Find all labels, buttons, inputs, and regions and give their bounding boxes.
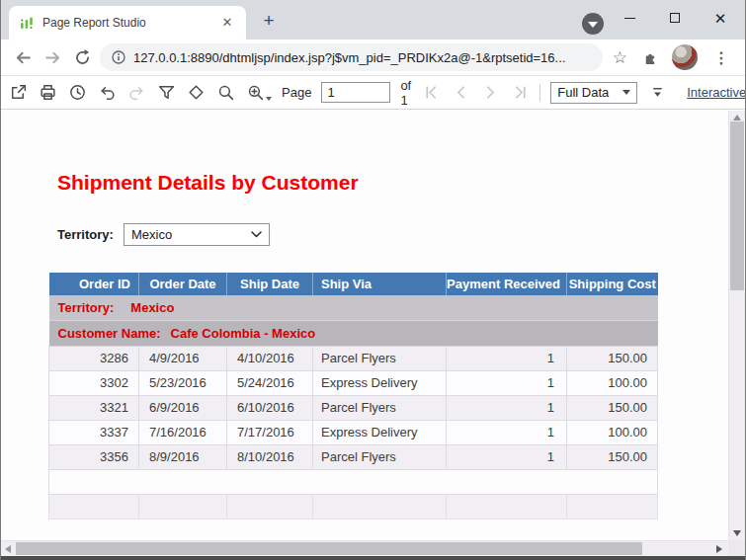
cell-payment-received: 1	[447, 346, 567, 370]
reload-button[interactable]	[70, 45, 94, 69]
cell-shipping-cost: 100.00	[567, 420, 658, 444]
chevron-down-icon	[251, 231, 262, 238]
previous-page-icon[interactable]	[451, 83, 470, 103]
minimize-icon	[624, 18, 635, 19]
media-controls-button[interactable]	[582, 13, 604, 35]
close-button[interactable]: ✕	[698, 0, 743, 36]
browser-menu-icon[interactable]: ⋮	[707, 48, 735, 67]
group-territory-value: Mexico	[130, 300, 174, 315]
territory-value: Mexico	[131, 227, 172, 242]
cell-order-id: 3302	[49, 370, 139, 395]
group-customer-label: Customer Name:	[58, 326, 161, 341]
window-bottom-border	[1, 556, 745, 560]
cell-payment-received: 1	[447, 395, 567, 420]
minimize-button[interactable]	[607, 0, 652, 36]
close-icon: ✕	[714, 11, 727, 26]
extensions-puzzle-icon[interactable]	[637, 49, 662, 66]
cell-payment-received: 1	[447, 420, 567, 444]
vertical-scrollbar[interactable]	[728, 111, 745, 540]
print-icon[interactable]	[38, 83, 57, 103]
parameter-row: Territory: Mexico	[57, 223, 728, 246]
first-page-icon[interactable]	[421, 83, 441, 103]
bookmark-star-icon[interactable]: ☆	[609, 47, 631, 68]
cell-order-date: 5/23/2016	[139, 370, 227, 395]
cell-shipping-cost: 150.00	[567, 395, 658, 420]
cell-order-id: 3321	[49, 395, 139, 420]
report-page: Shipment Details by Customer Territory: …	[1, 111, 728, 540]
cell-ship-date: 8/10/2016	[227, 444, 313, 469]
cell-order-id: 3337	[49, 420, 139, 444]
undo-icon[interactable]	[97, 83, 117, 103]
view-mode-select[interactable]: Full Data	[550, 82, 637, 104]
cell-ship-via: Express Delivery	[313, 420, 447, 444]
maximize-button[interactable]	[652, 0, 698, 36]
diamond-icon[interactable]	[186, 83, 206, 103]
table-empty-row-white	[49, 469, 658, 494]
table-header-row: Order ID Order Date Ship Date Ship Via P…	[49, 273, 658, 295]
cell-shipping-cost: 100.00	[567, 370, 658, 395]
collapse-toolbar-icon[interactable]	[647, 83, 667, 103]
horizontal-scrollbar-thumb[interactable]	[16, 542, 642, 555]
table-data-rows: 3286 4/9/2016 4/10/2016 Parcel Flyers 1 …	[49, 346, 658, 469]
group-row-territory: Territory:Mexico	[49, 295, 658, 320]
cell-ship-date: 7/17/2016	[227, 420, 313, 444]
scroll-left-icon[interactable]	[5, 545, 11, 553]
horizontal-scrollbar[interactable]	[1, 540, 728, 556]
scroll-right-icon[interactable]	[716, 545, 722, 553]
cell-order-date: 6/9/2016	[139, 395, 227, 420]
cell-ship-date: 6/10/2016	[227, 395, 313, 420]
cell-order-id: 3286	[49, 346, 139, 370]
scroll-down-icon[interactable]	[733, 530, 741, 536]
tab-close-icon[interactable]: ✕	[218, 14, 236, 32]
table-row: 3356 8/9/2016 8/10/2016 Parcel Flyers 1 …	[49, 444, 658, 469]
group-row-customer: Customer Name:Cafe Colombia - Mexico	[49, 320, 658, 346]
tab-title: Page Report Studio	[42, 16, 210, 30]
cell-shipping-cost: 150.00	[567, 346, 658, 370]
column-header-order-id: Order ID	[49, 273, 139, 295]
vertical-scrollbar-thumb[interactable]	[730, 121, 744, 290]
site-info-icon[interactable]	[112, 50, 125, 64]
toolbar-divider	[539, 84, 540, 102]
tab-bar: Page Report Studio ✕ + ✕	[1, 0, 745, 40]
table-row: 3321 6/9/2016 6/10/2016 Parcel Flyers 1 …	[49, 395, 658, 420]
url-omnibox[interactable]: 127.0.0.1:8890/dhtmljsp/index.jsp?j$vm_p…	[100, 43, 603, 71]
group-territory-label: Territory:	[58, 300, 115, 315]
filter-icon[interactable]	[156, 83, 176, 103]
column-header-ship-date: Ship Date	[227, 273, 313, 295]
profile-avatar[interactable]	[672, 44, 698, 70]
chevron-down-icon	[588, 22, 598, 28]
back-button[interactable]	[11, 45, 35, 69]
forward-button[interactable]	[41, 45, 64, 69]
cell-ship-via: Parcel Flyers	[313, 346, 447, 370]
column-header-order-date: Order Date	[139, 273, 227, 295]
history-clock-icon[interactable]	[67, 83, 87, 103]
view-mode-value: Full Data	[557, 85, 609, 100]
cell-payment-received: 1	[447, 444, 567, 469]
report-title: Shipment Details by Customer	[57, 171, 728, 195]
cell-order-date: 4/9/2016	[139, 346, 227, 370]
interactive-view-link[interactable]: Interactive View	[687, 85, 746, 100]
scroll-up-icon[interactable]	[733, 115, 741, 120]
group-customer-value: Cafe Colombia - Mexico	[171, 326, 316, 341]
search-icon[interactable]	[215, 83, 235, 103]
zoom-control[interactable]	[245, 83, 272, 103]
cell-ship-date: 4/10/2016	[227, 346, 313, 370]
table-row: 3337 7/16/2016 7/17/2016 Express Deliver…	[49, 420, 658, 444]
next-page-icon[interactable]	[480, 83, 500, 103]
report-content-area: Shipment Details by Customer Territory: …	[1, 111, 745, 560]
page-number-input[interactable]	[321, 82, 390, 103]
new-tab-button[interactable]: +	[258, 10, 280, 32]
last-page-icon[interactable]	[510, 83, 530, 103]
browser-tab[interactable]: Page Report Studio ✕	[9, 6, 246, 40]
table-row: 3302 5/23/2016 5/24/2016 Express Deliver…	[49, 370, 658, 395]
window-controls: ✕	[607, 0, 743, 36]
cell-order-id: 3356	[49, 444, 139, 469]
cell-ship-via: Parcel Flyers	[313, 395, 447, 420]
export-icon[interactable]	[8, 83, 28, 103]
table-empty-row-gray	[49, 494, 658, 519]
url-text: 127.0.0.1:8890/dhtmljsp/index.jsp?j$vm_p…	[133, 50, 565, 65]
cell-order-date: 8/9/2016	[139, 444, 227, 469]
territory-select[interactable]: Mexico	[124, 223, 270, 246]
cell-payment-received: 1	[447, 370, 567, 395]
redo-icon[interactable]	[126, 83, 146, 103]
